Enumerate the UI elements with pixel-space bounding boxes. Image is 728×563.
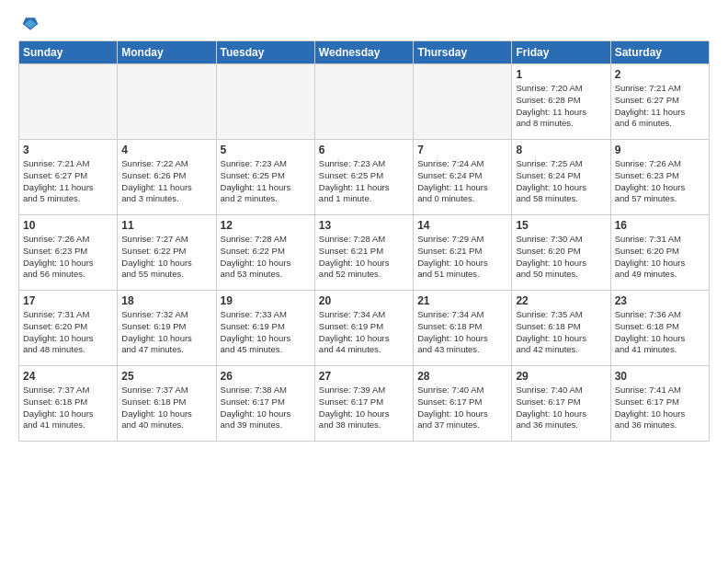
day-number: 5 — [221, 144, 311, 156]
calendar-cell: 10Sunrise: 7:26 AM Sunset: 6:23 PM Dayli… — [19, 215, 118, 291]
day-number: 10 — [23, 219, 113, 232]
calendar-cell: 27Sunrise: 7:39 AM Sunset: 6:17 PM Dayli… — [314, 366, 413, 442]
day-number: 2 — [615, 68, 705, 81]
day-number: 7 — [417, 144, 507, 156]
header — [18, 15, 710, 33]
day-number: 27 — [319, 370, 409, 383]
day-info: Sunrise: 7:20 AM Sunset: 6:28 PM Dayligh… — [516, 83, 606, 130]
day-info: Sunrise: 7:21 AM Sunset: 6:27 PM Dayligh… — [23, 158, 113, 205]
calendar-cell: 8Sunrise: 7:25 AM Sunset: 6:24 PM Daylig… — [512, 140, 610, 215]
day-number: 11 — [121, 219, 211, 232]
day-info: Sunrise: 7:25 AM Sunset: 6:24 PM Dayligh… — [516, 158, 606, 205]
day-info: Sunrise: 7:31 AM Sunset: 6:20 PM Dayligh… — [23, 309, 113, 356]
day-info: Sunrise: 7:31 AM Sunset: 6:20 PM Dayligh… — [615, 234, 705, 281]
weekday-header: Sunday — [19, 41, 118, 64]
weekday-header: Monday — [118, 41, 216, 64]
weekday-header: Wednesday — [314, 41, 413, 64]
day-info: Sunrise: 7:27 AM Sunset: 6:22 PM Dayligh… — [121, 234, 211, 281]
day-info: Sunrise: 7:36 AM Sunset: 6:18 PM Dayligh… — [615, 309, 705, 356]
calendar-cell: 19Sunrise: 7:33 AM Sunset: 6:19 PM Dayli… — [216, 291, 314, 366]
calendar-cell: 4Sunrise: 7:22 AM Sunset: 6:26 PM Daylig… — [118, 140, 216, 215]
day-number: 4 — [121, 144, 211, 156]
day-info: Sunrise: 7:26 AM Sunset: 6:23 PM Dayligh… — [615, 158, 705, 205]
calendar-cell: 22Sunrise: 7:35 AM Sunset: 6:18 PM Dayli… — [512, 291, 610, 366]
day-info: Sunrise: 7:33 AM Sunset: 6:19 PM Dayligh… — [221, 309, 311, 356]
day-info: Sunrise: 7:41 AM Sunset: 6:17 PM Dayligh… — [615, 385, 705, 431]
calendar-cell — [314, 64, 413, 140]
day-info: Sunrise: 7:21 AM Sunset: 6:27 PM Dayligh… — [615, 83, 705, 130]
day-info: Sunrise: 7:37 AM Sunset: 6:18 PM Dayligh… — [121, 385, 211, 431]
weekday-header: Thursday — [414, 41, 512, 64]
day-info: Sunrise: 7:32 AM Sunset: 6:19 PM Dayligh… — [121, 309, 211, 356]
weekday-header: Friday — [512, 41, 610, 64]
calendar-cell — [414, 64, 512, 140]
day-info: Sunrise: 7:39 AM Sunset: 6:17 PM Dayligh… — [319, 385, 409, 431]
calendar-cell — [19, 64, 118, 140]
day-info: Sunrise: 7:28 AM Sunset: 6:22 PM Dayligh… — [221, 234, 311, 281]
day-number: 17 — [23, 294, 113, 307]
day-number: 21 — [417, 294, 507, 307]
calendar-cell — [118, 64, 216, 140]
day-number: 29 — [516, 370, 606, 383]
calendar-cell: 30Sunrise: 7:41 AM Sunset: 6:17 PM Dayli… — [610, 366, 709, 442]
day-number: 1 — [516, 68, 606, 81]
logo-icon — [21, 15, 40, 33]
day-info: Sunrise: 7:28 AM Sunset: 6:21 PM Dayligh… — [319, 234, 409, 281]
day-info: Sunrise: 7:26 AM Sunset: 6:23 PM Dayligh… — [23, 234, 113, 281]
day-info: Sunrise: 7:35 AM Sunset: 6:18 PM Dayligh… — [516, 309, 606, 356]
calendar-cell: 13Sunrise: 7:28 AM Sunset: 6:21 PM Dayli… — [314, 215, 413, 291]
day-number: 8 — [516, 144, 606, 156]
day-number: 24 — [23, 370, 113, 383]
day-number: 14 — [417, 219, 507, 232]
calendar-cell: 1Sunrise: 7:20 AM Sunset: 6:28 PM Daylig… — [512, 64, 610, 140]
weekday-header: Saturday — [610, 41, 709, 64]
day-info: Sunrise: 7:30 AM Sunset: 6:20 PM Dayligh… — [516, 234, 606, 281]
weekday-header: Tuesday — [216, 41, 314, 64]
day-number: 19 — [221, 294, 311, 307]
calendar-cell: 21Sunrise: 7:34 AM Sunset: 6:18 PM Dayli… — [414, 291, 512, 366]
calendar-week-row: 10Sunrise: 7:26 AM Sunset: 6:23 PM Dayli… — [19, 215, 710, 291]
day-info: Sunrise: 7:29 AM Sunset: 6:21 PM Dayligh… — [417, 234, 507, 281]
calendar-cell: 20Sunrise: 7:34 AM Sunset: 6:19 PM Dayli… — [314, 291, 413, 366]
calendar-cell: 12Sunrise: 7:28 AM Sunset: 6:22 PM Dayli… — [216, 215, 314, 291]
day-number: 12 — [221, 219, 311, 232]
day-number: 23 — [615, 294, 705, 307]
calendar-cell: 15Sunrise: 7:30 AM Sunset: 6:20 PM Dayli… — [512, 215, 610, 291]
calendar: SundayMondayTuesdayWednesdayThursdayFrid… — [18, 40, 710, 442]
calendar-week-row: 1Sunrise: 7:20 AM Sunset: 6:28 PM Daylig… — [19, 64, 710, 140]
page: SundayMondayTuesdayWednesdayThursdayFrid… — [0, 0, 728, 456]
calendar-cell: 14Sunrise: 7:29 AM Sunset: 6:21 PM Dayli… — [414, 215, 512, 291]
calendar-cell: 2Sunrise: 7:21 AM Sunset: 6:27 PM Daylig… — [610, 64, 709, 140]
day-info: Sunrise: 7:22 AM Sunset: 6:26 PM Dayligh… — [121, 158, 211, 205]
logo — [18, 15, 43, 33]
day-info: Sunrise: 7:23 AM Sunset: 6:25 PM Dayligh… — [319, 158, 409, 205]
calendar-week-row: 17Sunrise: 7:31 AM Sunset: 6:20 PM Dayli… — [19, 291, 710, 366]
day-info: Sunrise: 7:34 AM Sunset: 6:18 PM Dayligh… — [417, 309, 507, 356]
day-number: 20 — [319, 294, 409, 307]
calendar-cell: 7Sunrise: 7:24 AM Sunset: 6:24 PM Daylig… — [414, 140, 512, 215]
day-info: Sunrise: 7:23 AM Sunset: 6:25 PM Dayligh… — [221, 158, 311, 205]
calendar-cell: 18Sunrise: 7:32 AM Sunset: 6:19 PM Dayli… — [118, 291, 216, 366]
day-number: 15 — [516, 219, 606, 232]
calendar-cell — [216, 64, 314, 140]
calendar-cell: 24Sunrise: 7:37 AM Sunset: 6:18 PM Dayli… — [19, 366, 118, 442]
day-info: Sunrise: 7:40 AM Sunset: 6:17 PM Dayligh… — [417, 385, 507, 431]
day-number: 18 — [121, 294, 211, 307]
calendar-cell: 6Sunrise: 7:23 AM Sunset: 6:25 PM Daylig… — [314, 140, 413, 215]
day-number: 6 — [319, 144, 409, 156]
day-number: 25 — [121, 370, 211, 383]
day-number: 9 — [615, 144, 705, 156]
day-number: 13 — [319, 219, 409, 232]
calendar-week-row: 3Sunrise: 7:21 AM Sunset: 6:27 PM Daylig… — [19, 140, 710, 215]
day-info: Sunrise: 7:38 AM Sunset: 6:17 PM Dayligh… — [221, 385, 311, 431]
calendar-cell: 23Sunrise: 7:36 AM Sunset: 6:18 PM Dayli… — [610, 291, 709, 366]
calendar-week-row: 24Sunrise: 7:37 AM Sunset: 6:18 PM Dayli… — [19, 366, 710, 442]
day-info: Sunrise: 7:37 AM Sunset: 6:18 PM Dayligh… — [23, 385, 113, 431]
day-info: Sunrise: 7:24 AM Sunset: 6:24 PM Dayligh… — [417, 158, 507, 205]
day-number: 26 — [221, 370, 311, 383]
day-number: 28 — [417, 370, 507, 383]
calendar-cell: 29Sunrise: 7:40 AM Sunset: 6:17 PM Dayli… — [512, 366, 610, 442]
calendar-cell: 9Sunrise: 7:26 AM Sunset: 6:23 PM Daylig… — [610, 140, 709, 215]
calendar-cell: 25Sunrise: 7:37 AM Sunset: 6:18 PM Dayli… — [118, 366, 216, 442]
calendar-cell: 5Sunrise: 7:23 AM Sunset: 6:25 PM Daylig… — [216, 140, 314, 215]
